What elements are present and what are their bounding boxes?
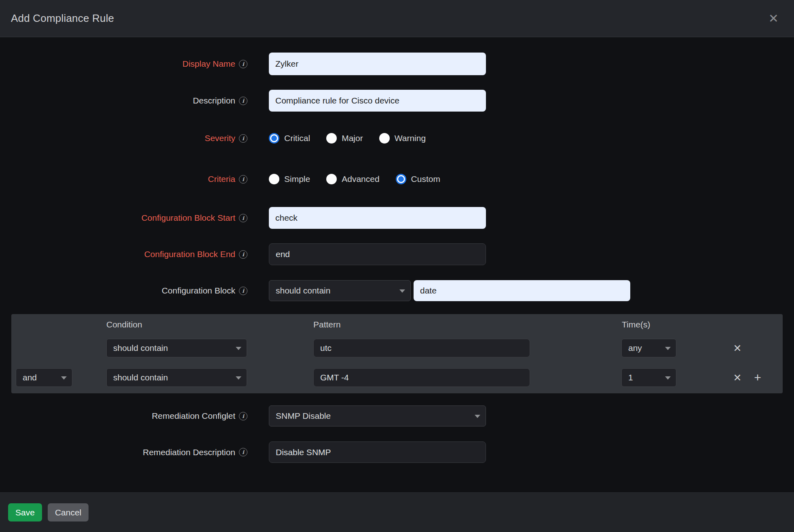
info-icon[interactable]: i [239, 214, 247, 222]
remediation-configlet-select[interactable]: SNMP Disable [269, 405, 486, 426]
config-block-row: Configuration Block i should contain [0, 280, 794, 301]
column-header-pattern: Pattern [313, 320, 341, 329]
info-icon[interactable]: i [239, 448, 247, 456]
conditions-table: Condition Pattern Time(s) should contain… [11, 314, 783, 393]
config-block-label: Configuration Block i [0, 286, 247, 296]
radio-selected-icon[interactable] [396, 174, 406, 184]
radio-selected-icon[interactable] [269, 133, 279, 144]
config-block-end-row: Configuration Block End i [0, 243, 794, 265]
display-name-row: Display Name i [0, 53, 794, 75]
remediation-configlet-row: Remediation Configlet i SNMP Disable [0, 405, 794, 426]
criteria-label: Criteria i [0, 174, 247, 184]
row2-join-select[interactable]: and [16, 368, 72, 387]
row2-remove-icon[interactable]: ✕ [729, 368, 745, 387]
column-header-condition: Condition [106, 320, 142, 329]
criteria-row: Criteria i Simple Advanced Custom [0, 169, 794, 190]
info-icon[interactable]: i [239, 134, 247, 143]
dialog-title: Add Compliance Rule [11, 12, 114, 25]
severity-radio-group: Critical Major Warning [269, 133, 426, 144]
severity-row: Severity i Critical Major Warning [0, 128, 794, 149]
radio-unselected-icon[interactable] [326, 174, 337, 184]
config-block-start-row: Configuration Block Start i [0, 207, 794, 229]
dialog-header: Add Compliance Rule ✕ [0, 0, 794, 37]
caret-down-icon [665, 347, 671, 350]
description-input[interactable] [269, 90, 486, 112]
config-block-end-label: Configuration Block End i [0, 249, 247, 259]
radio-severity-major[interactable]: Major [326, 133, 363, 144]
radio-criteria-advanced[interactable]: Advanced [326, 174, 379, 184]
config-block-end-input[interactable] [269, 243, 486, 265]
config-block-start-input[interactable] [269, 207, 486, 229]
caret-down-icon [236, 347, 241, 350]
display-name-input[interactable] [269, 53, 486, 75]
radio-unselected-icon[interactable] [379, 133, 390, 144]
info-icon[interactable]: i [239, 250, 247, 259]
row2-condition-select[interactable]: should contain [106, 368, 247, 387]
config-block-condition-select[interactable]: should contain [269, 280, 411, 301]
caret-down-icon [236, 376, 241, 380]
caret-down-icon [399, 289, 405, 293]
row1-condition-select[interactable]: should contain [106, 339, 247, 357]
criteria-radio-group: Simple Advanced Custom [269, 174, 440, 184]
radio-unselected-icon[interactable] [269, 174, 279, 184]
info-icon[interactable]: i [239, 287, 247, 295]
column-header-times: Time(s) [622, 320, 650, 329]
radio-severity-warning[interactable]: Warning [379, 133, 426, 144]
remediation-description-input[interactable] [269, 441, 486, 463]
dialog-footer: Save Cancel [0, 492, 794, 532]
remediation-description-row: Remediation Description i [0, 441, 794, 463]
radio-severity-critical[interactable]: Critical [269, 133, 310, 144]
row1-times-select[interactable]: any [621, 339, 676, 357]
caret-down-icon [475, 415, 480, 418]
radio-criteria-custom[interactable]: Custom [396, 174, 440, 184]
row2-pattern-input[interactable] [313, 368, 530, 387]
remediation-description-label: Remediation Description i [0, 448, 247, 457]
config-block-start-label: Configuration Block Start i [0, 213, 247, 223]
description-row: Description i [0, 90, 794, 112]
cancel-button[interactable]: Cancel [48, 503, 89, 521]
info-icon[interactable]: i [239, 60, 247, 68]
severity-label: Severity i [0, 133, 247, 143]
caret-down-icon [665, 376, 671, 380]
info-icon[interactable]: i [239, 97, 247, 105]
remediation-configlet-label: Remediation Configlet i [0, 411, 247, 421]
config-block-pattern-input[interactable] [414, 280, 630, 301]
info-icon[interactable]: i [239, 412, 247, 420]
radio-unselected-icon[interactable] [326, 133, 337, 144]
save-button[interactable]: Save [8, 503, 42, 521]
description-label: Description i [0, 96, 247, 106]
row1-remove-icon[interactable]: ✕ [729, 339, 745, 357]
info-icon[interactable]: i [239, 175, 247, 184]
display-name-label: Display Name i [0, 59, 247, 69]
radio-criteria-simple[interactable]: Simple [269, 174, 310, 184]
caret-down-icon [61, 376, 67, 380]
row2-add-icon[interactable]: + [750, 368, 766, 387]
close-icon[interactable]: ✕ [767, 11, 780, 26]
row1-pattern-input[interactable] [313, 339, 530, 357]
row2-times-select[interactable]: 1 [621, 368, 676, 387]
